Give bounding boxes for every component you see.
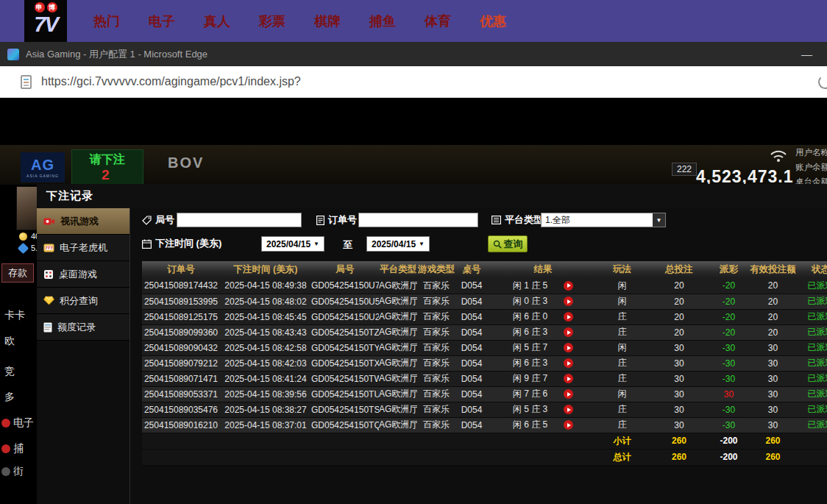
replay-button[interactable] <box>564 297 573 306</box>
cell-order: 250415089053371 <box>142 386 220 402</box>
replay-button[interactable] <box>564 343 573 352</box>
play-icon <box>567 408 571 412</box>
bet-countdown: 2 <box>102 168 143 183</box>
platform-type-dropdown[interactable]: 1.全部 ▼ <box>541 213 666 227</box>
total-payout: -200 <box>712 449 745 465</box>
replay-button[interactable] <box>564 420 573 430</box>
deposit-button[interactable]: 存款 <box>1 263 34 283</box>
bet-prompt-box: 请下注 2 <box>71 149 143 185</box>
replay-button[interactable] <box>564 327 573 337</box>
menu-item-points-query[interactable]: 积分查询 <box>37 288 129 314</box>
order-number-input[interactable] <box>358 213 478 227</box>
bet-records-table: 订单号 下注时间 (美东) 局号 平台类型 游戏类型 桌号 结果 玩法 总投注 … <box>142 261 827 466</box>
dice-icon <box>43 269 54 280</box>
dropdown-arrow-icon: ▼ <box>313 241 319 247</box>
nav-item-slots[interactable]: 电子 <box>149 13 175 30</box>
cell-round: GD054254150TY <box>311 340 379 355</box>
nav-item-lottery[interactable]: 彩票 <box>259 13 285 30</box>
round-number-label-text: 局号 <box>155 213 174 227</box>
cell-payout: 30 <box>712 386 745 402</box>
side-strip-item-jing[interactable]: 竞 <box>4 365 15 378</box>
nav-item-sports[interactable]: 体育 <box>425 13 451 30</box>
cell-valid-bet: 30 <box>745 355 801 371</box>
document-icon <box>43 322 52 333</box>
side-strip-item-bu[interactable]: 捕 <box>1 442 24 455</box>
menu-item-label: 视讯游戏 <box>60 215 99 228</box>
cell-round: GD054254150TU <box>311 386 379 402</box>
cell-valid-bet: 30 <box>745 402 801 417</box>
cell-valid-bet: 30 <box>745 371 801 386</box>
cell-result: 闲 6 庄 5 <box>488 417 598 433</box>
cell-payout: -20 <box>712 324 745 340</box>
date-from-select[interactable]: 2025/04/15 ▼ <box>261 236 324 252</box>
cell-total-bet: 20 <box>646 309 712 324</box>
col-valid-bet: 有效投注额 <box>745 261 801 278</box>
cell-valid-bet: 30 <box>745 340 801 355</box>
cell-payout: -30 <box>712 340 745 355</box>
site-top-nav: 申 博 7V 热门 电子 真人 彩票 棋牌 捕鱼 体育 优惠 <box>0 0 827 42</box>
cell-payout: -30 <box>712 355 745 371</box>
side-strip-item-dianzi[interactable]: 电子 <box>1 416 34 430</box>
cell-round: GD054254150TQ <box>311 417 379 433</box>
replay-button[interactable] <box>564 405 573 414</box>
cell-game-type: 百家乐 <box>417 417 455 433</box>
play-icon <box>567 330 571 335</box>
cell-bet-time: 2025-04-15 08:45:45 <box>220 309 311 324</box>
calendar-icon <box>142 239 152 249</box>
result-text: 闲 6 庄 3 <box>513 326 547 338</box>
cell-table: D054 <box>455 294 488 309</box>
refresh-icon[interactable] <box>818 75 827 89</box>
menu-item-slot-machines[interactable]: 777 电子老虎机 <box>37 235 129 261</box>
nav-item-fishing[interactable]: 捕鱼 <box>369 13 396 30</box>
menu-item-label: 额度记录 <box>57 321 96 334</box>
replay-button[interactable] <box>564 358 573 368</box>
site-logo[interactable]: 申 博 7V <box>24 0 67 42</box>
replay-button[interactable] <box>564 374 573 383</box>
col-game-type: 游戏类型 <box>417 261 455 278</box>
side-strip-item-jie[interactable]: 街 <box>1 465 24 478</box>
cell-status: 已派彩 <box>801 278 827 294</box>
nav-item-cards[interactable]: 棋牌 <box>314 13 341 30</box>
replay-button[interactable] <box>564 281 573 291</box>
cell-result: 闲 9 庄 7 <box>488 371 598 386</box>
menu-item-credit-records[interactable]: 额度记录 <box>37 314 129 341</box>
menu-item-table-games[interactable]: 桌面游戏 <box>37 261 129 288</box>
side-strip-item-kaka[interactable]: 卡卡 <box>4 309 25 322</box>
bet-table-summary: 小计 260 -200 260 总计 260 -200 260 <box>142 433 827 465</box>
nav-item-promo[interactable]: 优惠 <box>480 13 506 30</box>
logo-badge-shen: 申 <box>35 2 45 13</box>
col-table: 桌号 <box>455 261 488 278</box>
cell-result: 闲 5 庄 3 <box>488 402 598 417</box>
nav-item-live[interactable]: 真人 <box>204 13 230 30</box>
cell-round: GD054254150TZ <box>311 324 379 340</box>
minimize-button[interactable]: — <box>795 42 818 66</box>
nav-item-hot[interactable]: 热门 <box>93 13 120 30</box>
cell-total-bet: 20 <box>646 278 712 294</box>
menu-item-live-games[interactable]: 视讯游戏 <box>37 208 129 235</box>
address-url[interactable]: https://gci.7vvvvvv.com/agingame/pcv1/in… <box>41 75 301 88</box>
cell-table: D054 <box>455 324 488 340</box>
cell-total-bet: 30 <box>646 386 712 402</box>
round-number-input[interactable] <box>177 213 302 227</box>
panel-content: 局号 订单号 平台类型 1.全部 ▼ <box>130 208 827 504</box>
replay-button[interactable] <box>564 389 573 399</box>
cell-result: 闲 6 庄 0 <box>488 309 598 324</box>
date-to-select[interactable]: 2025/04/15 ▼ <box>366 236 430 252</box>
cell-table: D054 <box>455 340 488 355</box>
col-platform: 平台类型 <box>379 261 417 278</box>
cell-game-type: 百家乐 <box>417 324 455 340</box>
cell-round: GD054254150U5 <box>311 294 379 309</box>
page-security-icon[interactable] <box>21 75 32 89</box>
table-row: 250415089071471 2025-04-15 08:41:24 GD05… <box>142 371 827 386</box>
platform-type-label: 平台类型 <box>491 213 543 227</box>
svg-text:777: 777 <box>45 246 53 250</box>
replay-button[interactable] <box>564 312 573 322</box>
cell-game-type: 百家乐 <box>417 386 455 402</box>
side-strip-item-duo[interactable]: 多 <box>4 391 15 404</box>
query-button[interactable]: 查询 <box>488 235 528 252</box>
cell-platform: AG欧洲厅 <box>379 417 417 433</box>
side-strip-item-ou[interactable]: 欧 <box>4 335 15 348</box>
cell-total-bet: 30 <box>646 417 712 433</box>
result-text: 闲 7 庄 6 <box>513 388 547 400</box>
col-bet-time: 下注时间 (美东) <box>220 261 311 278</box>
